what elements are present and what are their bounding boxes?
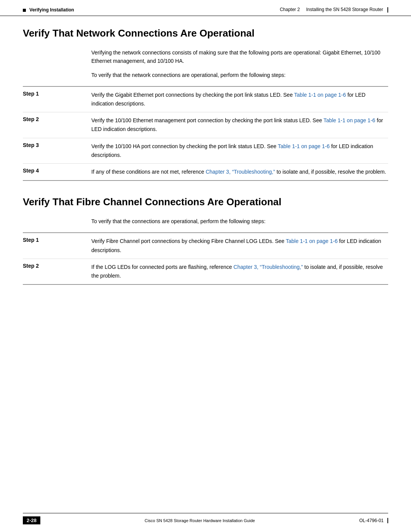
step-label: Step 4 xyxy=(23,168,91,176)
step-text: If the LOG LEDs for connected ports are … xyxy=(91,263,388,280)
header-chapter: Chapter 2 Installing the SN 5428 Storage… xyxy=(280,7,388,13)
section2-steps: Step 1 Verify Fibre Channel port connect… xyxy=(23,232,388,284)
main-content: Verify That Network Connections Are Oper… xyxy=(0,16,411,285)
step-label: Step 2 xyxy=(23,116,91,134)
section2-intro-area: To verify that the connections are opera… xyxy=(23,217,388,225)
step-label: Step 2 xyxy=(23,263,91,280)
step-text-before: Verify the 10/100 Ethernet management po… xyxy=(91,117,323,123)
section2-title: Verify That Fibre Channel Connections Ar… xyxy=(23,196,388,208)
header-section-label: Verifying Installation xyxy=(23,7,74,13)
step-text: Verify the Gigabit Ethernet port connect… xyxy=(91,91,388,108)
step-link[interactable]: Table 1-1 on page 1-6 xyxy=(294,92,346,98)
section1-intro-area: Verifying the network connections consis… xyxy=(23,48,388,79)
step-text-after: to isolate and, if possible, resolve the… xyxy=(275,169,386,175)
page-footer: 2-28 Cisco SN 5428 Storage Router Hardwa… xyxy=(0,513,411,532)
step-link[interactable]: Chapter 3, “Troubleshooting,” xyxy=(206,169,275,175)
step-text-before: Verify Fibre Channel port connections by… xyxy=(91,238,286,244)
footer-page-number: 2-28 xyxy=(23,516,40,524)
section1-steps: Step 1 Verify the Gigabit Ethernet port … xyxy=(23,86,388,181)
step-item: Step 1 Verify Fibre Channel port connect… xyxy=(23,233,388,258)
step-text: Verify the 10/100 Ethernet management po… xyxy=(91,116,388,134)
step-item: Step 2 If the LOG LEDs for connected por… xyxy=(23,259,388,284)
step-text-before: If any of these conditions are not met, … xyxy=(91,169,206,175)
step-link[interactable]: Table 1-1 on page 1-6 xyxy=(323,117,375,123)
footer-doc-num-text: OL-4796-01 xyxy=(359,518,384,523)
section1-intro2: To verify that the network connections a… xyxy=(91,71,388,79)
step-text-before: Verify the Gigabit Ethernet port connect… xyxy=(91,92,294,98)
header-divider xyxy=(387,7,388,13)
step-text-before: Verify the 10/100 HA port connection by … xyxy=(91,143,278,149)
footer-doc-number: OL-4796-01 xyxy=(359,518,388,523)
step-link[interactable]: Table 1-1 on page 1-6 xyxy=(286,238,338,244)
header-square-icon xyxy=(23,9,26,12)
step-text: Verify Fibre Channel port connections by… xyxy=(91,237,388,254)
step-text: If any of these conditions are not met, … xyxy=(91,168,388,176)
step-item: Step 2 Verify the 10/100 Ethernet manage… xyxy=(23,112,388,137)
step-label: Step 1 xyxy=(23,91,91,108)
step-label: Step 3 xyxy=(23,142,91,160)
step-item: Step 1 Verify the Gigabit Ethernet port … xyxy=(23,87,388,112)
page-header: Verifying Installation Chapter 2 Install… xyxy=(0,0,411,16)
step-link[interactable]: Chapter 3, “Troubleshooting,” xyxy=(234,264,303,270)
section1-intro1: Verifying the network connections consis… xyxy=(91,48,388,66)
footer-guide-title: Cisco SN 5428 Storage Router Hardware In… xyxy=(145,518,255,523)
step-label: Step 1 xyxy=(23,237,91,254)
page-container: Verifying Installation Chapter 2 Install… xyxy=(0,0,411,532)
section1-title: Verify That Network Connections Are Oper… xyxy=(23,27,388,39)
section2: Verify That Fibre Channel Connections Ar… xyxy=(23,196,388,285)
step-item: Step 3 Verify the 10/100 HA port connect… xyxy=(23,138,388,163)
step-text-before: If the LOG LEDs for connected ports are … xyxy=(91,264,234,270)
section1: Verify That Network Connections Are Oper… xyxy=(23,27,388,181)
step-item: Step 4 If any of these conditions are no… xyxy=(23,163,388,180)
step-link[interactable]: Table 1-1 on page 1-6 xyxy=(278,143,330,149)
footer-divider xyxy=(23,513,388,513)
header-chapter-num: Chapter 2 xyxy=(280,7,300,12)
header-chapter-title: Installing the SN 5428 Storage Router xyxy=(306,7,383,12)
footer-vertical-bar xyxy=(387,518,388,523)
step-text: Verify the 10/100 HA port connection by … xyxy=(91,142,388,160)
section2-intro: To verify that the connections are opera… xyxy=(91,217,388,225)
header-section-text: Verifying Installation xyxy=(29,7,74,13)
footer-content: 2-28 Cisco SN 5428 Storage Router Hardwa… xyxy=(23,516,388,532)
